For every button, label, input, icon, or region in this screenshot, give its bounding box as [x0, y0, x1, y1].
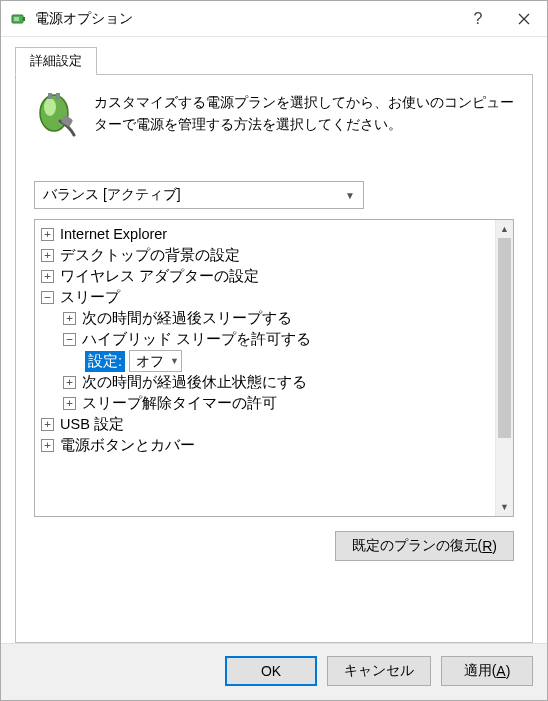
expand-icon[interactable]: + [41, 439, 54, 452]
settings-tree[interactable]: + Internet Explorer + デスクトップの背景の設定 + ワイヤ… [35, 220, 495, 516]
scroll-thumb[interactable] [498, 238, 511, 438]
tree-item[interactable]: + ワイヤレス アダプターの設定 [39, 266, 495, 287]
tab-advanced[interactable]: 詳細設定 [15, 47, 97, 75]
tree-label: デスクトップの背景の設定 [60, 245, 240, 266]
chevron-down-icon: ▼ [170, 355, 179, 368]
help-button[interactable]: ? [455, 2, 501, 36]
tree-item[interactable]: + デスクトップの背景の設定 [39, 245, 495, 266]
scrollbar[interactable]: ▲ ▼ [495, 220, 513, 516]
tree-setting-row: 設定: オフ ▼ [39, 350, 495, 372]
tree-label: USB 設定 [60, 414, 124, 435]
scroll-track[interactable] [496, 238, 513, 498]
tree-item-hybrid-sleep[interactable]: − ハイブリッド スリープを許可する [39, 329, 495, 350]
intro-text: カスタマイズする電源プランを選択してから、お使いのコンピューターで電源を管理する… [94, 91, 514, 136]
svg-rect-6 [56, 93, 60, 99]
expand-icon[interactable]: + [63, 312, 76, 325]
power-plan-value: バランス [アクティブ] [43, 186, 181, 204]
setting-value: オフ [136, 351, 164, 371]
settings-tree-container: + Internet Explorer + デスクトップの背景の設定 + ワイヤ… [34, 219, 514, 517]
scroll-down-icon[interactable]: ▼ [496, 498, 513, 516]
tab-panel: カスタマイズする電源プランを選択してから、お使いのコンピューターで電源を管理する… [15, 75, 533, 643]
expand-icon[interactable]: + [63, 376, 76, 389]
svg-rect-5 [48, 93, 52, 99]
tree-label: 電源ボタンとカバー [60, 435, 195, 456]
scroll-up-icon[interactable]: ▲ [496, 220, 513, 238]
tree-label: スリープ [60, 287, 120, 308]
client-area: 詳細設定 カスタマイズする電源プランを選択してから、お使いのコンピューターで電源… [1, 37, 547, 643]
collapse-icon[interactable]: − [41, 291, 54, 304]
titlebar: 電源オプション ? [1, 1, 547, 37]
expand-icon[interactable]: + [41, 228, 54, 241]
tab-strip: 詳細設定 [15, 47, 533, 75]
cancel-button[interactable]: キャンセル [327, 656, 431, 686]
dialog-footer: OK キャンセル 適用(A) [1, 643, 547, 700]
restore-defaults-button[interactable]: 既定のプランの復元(R) [335, 531, 514, 561]
tree-item[interactable]: + USB 設定 [39, 414, 495, 435]
expand-icon[interactable]: + [63, 397, 76, 410]
apply-button[interactable]: 適用(A) [441, 656, 533, 686]
ok-button[interactable]: OK [225, 656, 317, 686]
expand-icon[interactable]: + [41, 249, 54, 262]
tree-label: 次の時間が経過後スリープする [82, 308, 292, 329]
expand-icon[interactable]: + [41, 418, 54, 431]
collapse-icon[interactable]: − [63, 333, 76, 346]
tree-label: ワイヤレス アダプターの設定 [60, 266, 259, 287]
power-options-dialog: 電源オプション ? 詳細設定 [0, 0, 548, 701]
tree-label: Internet Explorer [60, 224, 167, 245]
tree-item[interactable]: + Internet Explorer [39, 224, 495, 245]
tree-item[interactable]: + 次の時間が経過後スリープする [39, 308, 495, 329]
tree-item[interactable]: + スリープ解除タイマーの許可 [39, 393, 495, 414]
chevron-down-icon: ▼ [345, 190, 355, 201]
svg-point-4 [44, 98, 56, 116]
tree-item-sleep[interactable]: − スリープ [39, 287, 495, 308]
svg-rect-2 [14, 17, 19, 21]
tree-label: 次の時間が経過後休止状態にする [82, 372, 307, 393]
battery-icon [9, 10, 27, 28]
setting-label: 設定: [85, 351, 125, 372]
battery-plug-icon [34, 91, 80, 137]
tree-label: ハイブリッド スリープを許可する [82, 329, 311, 350]
window-title: 電源オプション [35, 10, 455, 28]
tree-item[interactable]: + 電源ボタンとカバー [39, 435, 495, 456]
expand-icon[interactable]: + [41, 270, 54, 283]
tree-item[interactable]: + 次の時間が経過後休止状態にする [39, 372, 495, 393]
setting-value-select[interactable]: オフ ▼ [129, 350, 182, 372]
tree-label: スリープ解除タイマーの許可 [82, 393, 277, 414]
power-plan-select[interactable]: バランス [アクティブ] ▼ [34, 181, 364, 209]
svg-rect-1 [23, 17, 25, 21]
close-button[interactable] [501, 2, 547, 36]
